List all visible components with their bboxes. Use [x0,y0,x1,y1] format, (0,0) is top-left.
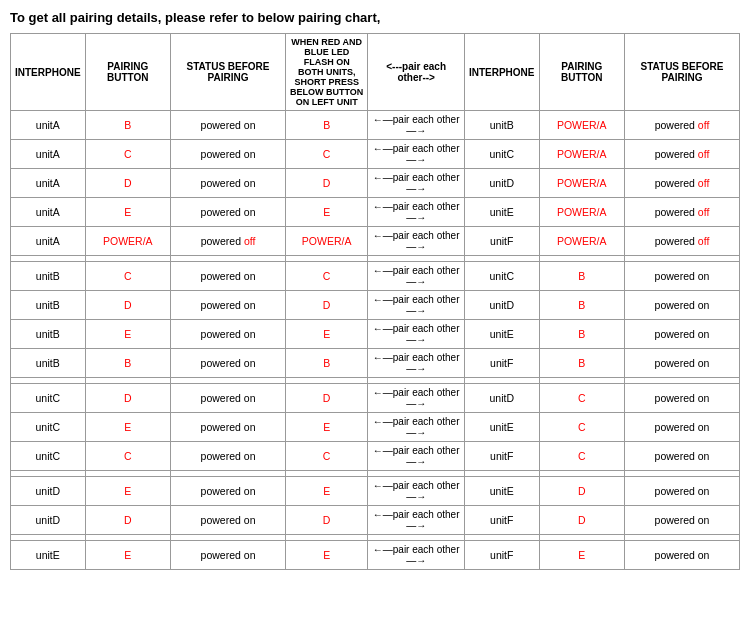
pair-arrow: ←—pair each other—→ [368,111,465,140]
pairing-table: INTERPHONE PAIRING BUTTON STATUS BEFORE … [10,33,740,570]
button2: C [539,384,625,413]
col-header-interphone2: INTERPHONE [464,34,539,111]
press-button: POWER/A [286,227,368,256]
pair-arrow: ←—pair each other—→ [368,262,465,291]
status1: powered on [171,506,286,535]
press-button: C [286,442,368,471]
button2: C [539,413,625,442]
button1: E [85,541,171,570]
button2: E [539,541,625,570]
table-row: unitBDpowered onD←—pair each other—→unit… [11,291,740,320]
button1: POWER/A [85,227,171,256]
pair-arrow: ←—pair each other—→ [368,320,465,349]
button1: E [85,320,171,349]
button2: POWER/A [539,198,625,227]
unit1: unitA [11,140,86,169]
button1: D [85,506,171,535]
status2: powered off [625,111,740,140]
press-button: D [286,384,368,413]
button2: POWER/A [539,140,625,169]
unit2: unitF [464,227,539,256]
button2: B [539,320,625,349]
status1: powered on [171,384,286,413]
table-row: unitBEpowered onE←—pair each other—→unit… [11,320,740,349]
unit1: unitB [11,291,86,320]
unit1: unitC [11,442,86,471]
table-row: unitCCpowered onC←—pair each other—→unit… [11,442,740,471]
status1: powered on [171,349,286,378]
press-button: D [286,291,368,320]
status1: powered on [171,477,286,506]
table-row: unitBCpowered onC←—pair each other—→unit… [11,262,740,291]
table-row: unitCEpowered onE←—pair each other—→unit… [11,413,740,442]
button1: C [85,140,171,169]
unit1: unitB [11,349,86,378]
status2: powered on [625,384,740,413]
unit1: unitC [11,413,86,442]
press-button: B [286,111,368,140]
unit2: unitC [464,262,539,291]
button2: POWER/A [539,227,625,256]
pair-arrow: ←—pair each other—→ [368,140,465,169]
status1: powered on [171,442,286,471]
status1: powered on [171,169,286,198]
pair-arrow: ←—pair each other—→ [368,541,465,570]
status2: powered on [625,291,740,320]
unit2: unitF [464,442,539,471]
status1: powered on [171,541,286,570]
unit2: unitD [464,291,539,320]
status2: powered off [625,140,740,169]
status1: powered on [171,413,286,442]
pair-arrow: ←—pair each other—→ [368,169,465,198]
button1: D [85,169,171,198]
button1: D [85,291,171,320]
table-row: unitAEpowered onE←—pair each other—→unit… [11,198,740,227]
status2: powered on [625,320,740,349]
status2: powered on [625,413,740,442]
button2: POWER/A [539,111,625,140]
press-button: D [286,169,368,198]
status2: powered off [625,198,740,227]
button2: C [539,442,625,471]
button2: POWER/A [539,169,625,198]
button2: D [539,506,625,535]
unit2: unitB [464,111,539,140]
press-button: E [286,477,368,506]
unit2: unitE [464,477,539,506]
button2: B [539,291,625,320]
table-row: unitDEpowered onE←—pair each other—→unit… [11,477,740,506]
col-header-pairing-btn1: PAIRING BUTTON [85,34,171,111]
status1: powered on [171,291,286,320]
status2: powered on [625,349,740,378]
unit1: unitD [11,506,86,535]
unit1: unitB [11,262,86,291]
pair-arrow: ←—pair each other—→ [368,506,465,535]
pair-arrow: ←—pair each other—→ [368,349,465,378]
status2: powered on [625,506,740,535]
pair-arrow: ←—pair each other—→ [368,384,465,413]
unit1: unitE [11,541,86,570]
status1: powered on [171,140,286,169]
table-row: unitAPOWER/Apowered offPOWER/A←—pair eac… [11,227,740,256]
unit1: unitA [11,111,86,140]
col-header-status1: STATUS BEFORE PAIRING [171,34,286,111]
table-row: unitACpowered onC←—pair each other—→unit… [11,140,740,169]
table-row: unitADpowered onD←—pair each other—→unit… [11,169,740,198]
unit2: unitE [464,320,539,349]
button1: E [85,477,171,506]
status2: powered on [625,541,740,570]
unit1: unitA [11,227,86,256]
col-header-interphone1: INTERPHONE [11,34,86,111]
button2: D [539,477,625,506]
table-row: unitBBpowered onB←—pair each other—→unit… [11,349,740,378]
unit2: unitF [464,349,539,378]
table-row: unitABpowered onB←—pair each other—→unit… [11,111,740,140]
unit1: unitC [11,384,86,413]
button1: B [85,111,171,140]
unit2: unitE [464,413,539,442]
unit2: unitF [464,506,539,535]
status2: powered on [625,442,740,471]
unit2: unitE [464,198,539,227]
table-row: unitDDpowered onD←—pair each other—→unit… [11,506,740,535]
pair-arrow: ←—pair each other—→ [368,227,465,256]
